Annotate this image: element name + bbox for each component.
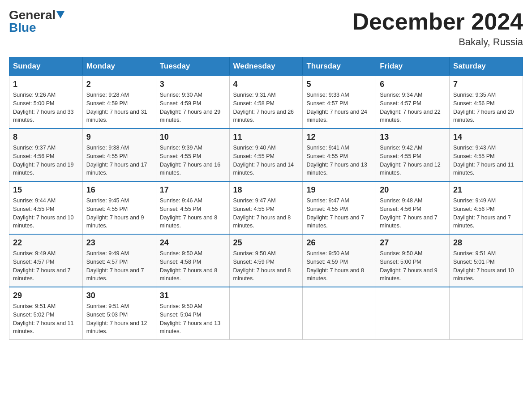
calendar-cell: 15 Sunrise: 9:44 AM Sunset: 4:55 PM Dayl… — [9, 181, 83, 234]
day-number: 12 — [306, 133, 372, 142]
day-info: Sunrise: 9:51 AM Sunset: 5:03 PM Dayligh… — [86, 302, 152, 336]
sunrise-label: Sunrise: 9:38 AM — [86, 145, 129, 151]
sunrise-label: Sunrise: 9:50 AM — [233, 250, 276, 257]
calendar-cell: 22 Sunrise: 9:49 AM Sunset: 4:57 PM Dayl… — [9, 234, 83, 287]
sunset-label: Sunset: 5:02 PM — [13, 312, 54, 318]
week-row-2: 8 Sunrise: 9:37 AM Sunset: 4:56 PM Dayli… — [9, 128, 523, 181]
day-number: 28 — [453, 238, 519, 248]
day-info: Sunrise: 9:48 AM Sunset: 4:56 PM Dayligh… — [380, 197, 446, 230]
calendar-cell: 16 Sunrise: 9:45 AM Sunset: 4:55 PM Dayl… — [82, 181, 156, 234]
calendar-cell: 14 Sunrise: 9:43 AM Sunset: 4:55 PM Dayl… — [450, 128, 523, 181]
sunset-label: Sunset: 4:55 PM — [233, 153, 275, 159]
day-number: 2 — [86, 80, 152, 89]
calendar-cell: 1 Sunrise: 9:26 AM Sunset: 5:00 PM Dayli… — [9, 76, 83, 128]
sunrise-label: Sunrise: 9:26 AM — [13, 92, 56, 98]
week-row-4: 22 Sunrise: 9:49 AM Sunset: 4:57 PM Dayl… — [9, 234, 523, 287]
sunset-label: Sunset: 4:55 PM — [306, 206, 348, 212]
sunset-label: Sunset: 4:58 PM — [160, 259, 201, 265]
day-info: Sunrise: 9:50 AM Sunset: 5:04 PM Dayligh… — [160, 302, 226, 336]
daylight-label: Daylight: 7 hours and 12 minutes. — [380, 162, 441, 176]
calendar-cell: 29 Sunrise: 9:51 AM Sunset: 5:02 PM Dayl… — [9, 287, 83, 340]
day-info: Sunrise: 9:42 AM Sunset: 4:55 PM Dayligh… — [380, 144, 446, 177]
day-info: Sunrise: 9:50 AM Sunset: 5:00 PM Dayligh… — [380, 249, 446, 283]
calendar-cell: 18 Sunrise: 9:47 AM Sunset: 4:55 PM Dayl… — [229, 181, 303, 234]
weekday-header-tuesday: Tuesday — [156, 57, 229, 76]
day-info: Sunrise: 9:44 AM Sunset: 4:55 PM Dayligh… — [13, 197, 79, 230]
calendar-cell — [303, 287, 376, 340]
daylight-label: Daylight: 7 hours and 8 minutes. — [306, 267, 364, 282]
daylight-label: Daylight: 7 hours and 7 minutes. — [306, 214, 364, 229]
sunset-label: Sunset: 4:59 PM — [306, 259, 348, 265]
daylight-label: Daylight: 7 hours and 7 minutes. — [86, 267, 144, 282]
sunrise-label: Sunrise: 9:31 AM — [233, 92, 276, 98]
daylight-label: Daylight: 7 hours and 29 minutes. — [160, 109, 221, 124]
day-info: Sunrise: 9:37 AM Sunset: 4:56 PM Dayligh… — [13, 144, 79, 177]
sunrise-label: Sunrise: 9:33 AM — [306, 92, 349, 98]
daylight-label: Daylight: 7 hours and 7 minutes. — [13, 267, 71, 282]
title-area: December 2024 Bakaly, Russia — [352, 9, 523, 48]
sunset-label: Sunset: 4:59 PM — [233, 259, 275, 265]
daylight-label: Daylight: 7 hours and 7 minutes. — [380, 214, 438, 229]
weekday-header-row: SundayMondayTuesdayWednesdayThursdayFrid… — [9, 57, 523, 76]
sunset-label: Sunset: 4:55 PM — [233, 206, 275, 212]
day-info: Sunrise: 9:38 AM Sunset: 4:55 PM Dayligh… — [86, 144, 152, 177]
sunset-label: Sunset: 4:56 PM — [13, 153, 54, 159]
daylight-label: Daylight: 7 hours and 13 minutes. — [160, 320, 221, 335]
day-number: 19 — [306, 185, 372, 195]
day-info: Sunrise: 9:51 AM Sunset: 5:02 PM Dayligh… — [13, 302, 79, 336]
calendar-cell: 30 Sunrise: 9:51 AM Sunset: 5:03 PM Dayl… — [82, 287, 156, 340]
sunset-label: Sunset: 4:55 PM — [453, 153, 494, 159]
calendar-cell: 20 Sunrise: 9:48 AM Sunset: 4:56 PM Dayl… — [376, 181, 450, 234]
sunrise-label: Sunrise: 9:48 AM — [380, 197, 422, 204]
svg-marker-0 — [56, 11, 64, 18]
day-number: 4 — [233, 80, 299, 89]
calendar-cell: 27 Sunrise: 9:50 AM Sunset: 5:00 PM Dayl… — [376, 234, 450, 287]
sunset-label: Sunset: 5:01 PM — [453, 259, 494, 265]
daylight-label: Daylight: 7 hours and 26 minutes. — [233, 109, 294, 124]
day-number: 26 — [306, 238, 372, 248]
calendar-cell: 5 Sunrise: 9:33 AM Sunset: 4:57 PM Dayli… — [303, 76, 376, 128]
sunset-label: Sunset: 4:59 PM — [86, 100, 128, 107]
daylight-label: Daylight: 7 hours and 24 minutes. — [306, 109, 367, 124]
day-info: Sunrise: 9:41 AM Sunset: 4:55 PM Dayligh… — [306, 144, 372, 177]
daylight-label: Daylight: 7 hours and 14 minutes. — [233, 162, 294, 176]
day-number: 6 — [380, 80, 446, 89]
day-number: 30 — [86, 291, 152, 300]
day-info: Sunrise: 9:50 AM Sunset: 4:58 PM Dayligh… — [160, 249, 226, 283]
calendar-cell: 3 Sunrise: 9:30 AM Sunset: 4:59 PM Dayli… — [156, 76, 229, 128]
daylight-label: Daylight: 7 hours and 10 minutes. — [453, 267, 514, 282]
calendar-cell: 11 Sunrise: 9:40 AM Sunset: 4:55 PM Dayl… — [229, 128, 303, 181]
day-number: 20 — [380, 185, 446, 195]
sunrise-label: Sunrise: 9:49 AM — [86, 250, 129, 257]
weekday-header-saturday: Saturday — [450, 57, 523, 76]
daylight-label: Daylight: 7 hours and 13 minutes. — [306, 162, 367, 176]
sunrise-label: Sunrise: 9:49 AM — [13, 250, 56, 257]
calendar-cell: 4 Sunrise: 9:31 AM Sunset: 4:58 PM Dayli… — [229, 76, 303, 128]
sunset-label: Sunset: 5:00 PM — [380, 259, 421, 265]
sunset-label: Sunset: 4:56 PM — [453, 100, 494, 107]
sunset-label: Sunset: 4:55 PM — [306, 153, 348, 159]
day-number: 18 — [233, 185, 299, 195]
page-header: General Blue December 2024 Bakaly, Russi… — [9, 9, 523, 48]
day-info: Sunrise: 9:28 AM Sunset: 4:59 PM Dayligh… — [86, 91, 152, 124]
sunrise-label: Sunrise: 9:49 AM — [453, 197, 496, 204]
sunrise-label: Sunrise: 9:34 AM — [380, 92, 422, 98]
day-number: 21 — [453, 185, 519, 195]
calendar-cell: 13 Sunrise: 9:42 AM Sunset: 4:55 PM Dayl… — [376, 128, 450, 181]
day-number: 8 — [13, 133, 79, 142]
calendar-cell: 9 Sunrise: 9:38 AM Sunset: 4:55 PM Dayli… — [82, 128, 156, 181]
calendar-cell: 7 Sunrise: 9:35 AM Sunset: 4:56 PM Dayli… — [450, 76, 523, 128]
sunrise-label: Sunrise: 9:37 AM — [13, 145, 56, 151]
day-number: 27 — [380, 238, 446, 248]
month-title: December 2024 — [352, 9, 523, 34]
day-number: 5 — [306, 80, 372, 89]
sunrise-label: Sunrise: 9:47 AM — [233, 197, 276, 204]
daylight-label: Daylight: 7 hours and 11 minutes. — [13, 320, 74, 335]
daylight-label: Daylight: 7 hours and 12 minutes. — [86, 320, 147, 335]
calendar-cell: 26 Sunrise: 9:50 AM Sunset: 4:59 PM Dayl… — [303, 234, 376, 287]
calendar-cell: 8 Sunrise: 9:37 AM Sunset: 4:56 PM Dayli… — [9, 128, 83, 181]
day-number: 3 — [160, 80, 226, 89]
daylight-label: Daylight: 7 hours and 10 minutes. — [13, 214, 74, 229]
day-info: Sunrise: 9:43 AM Sunset: 4:55 PM Dayligh… — [453, 144, 519, 177]
day-info: Sunrise: 9:35 AM Sunset: 4:56 PM Dayligh… — [453, 91, 519, 124]
